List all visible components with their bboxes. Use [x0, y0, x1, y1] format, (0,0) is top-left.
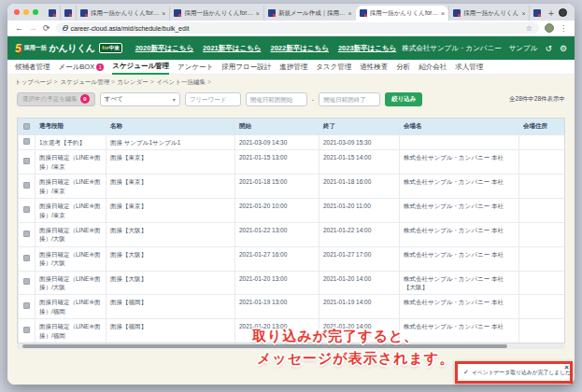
- cell-start: 2021-01-18 15:00: [235, 175, 319, 199]
- table-row: 面接日確定（LINE※面接）/大阪 面接【大阪】 2021-01-20 13:0…: [19, 271, 566, 295]
- browser-menu-icon[interactable]: ⋮: [560, 24, 567, 33]
- cell-name: 面接【大阪】: [106, 246, 235, 271]
- cell-start: 2021-01-20 13:00: [235, 271, 319, 295]
- nav-item-label: 候補者管理: [15, 63, 50, 72]
- nav-item[interactable]: 採用フロー設計: [221, 60, 271, 75]
- toast-close-icon[interactable]: ×: [564, 363, 569, 371]
- cell-start: 2021-01-22 13:00: [235, 222, 319, 246]
- selected-count-badge: 0: [80, 94, 90, 104]
- tab-close-icon[interactable]: ×: [256, 10, 260, 17]
- browser-tab[interactable]: 新規メール作成｜採用… ×: [263, 6, 356, 21]
- nav-item[interactable]: 候補者管理: [15, 60, 50, 75]
- reload-icon[interactable]: ⟳: [43, 23, 50, 33]
- browser-avatar[interactable]: [545, 23, 554, 33]
- new-tab-button[interactable]: +: [544, 6, 559, 21]
- zoom-window-button[interactable]: [33, 9, 38, 15]
- nav-item-label: 進捗管理: [279, 63, 307, 72]
- browser-tab[interactable]: ×: [45, 6, 60, 21]
- row-checkbox[interactable]: [23, 302, 30, 309]
- tab-close-icon[interactable]: ×: [521, 10, 525, 17]
- keyword-input[interactable]: [185, 92, 241, 106]
- cell-end: 2021-01-22 14:00: [319, 222, 400, 246]
- nav-item-label: 適性検査: [360, 63, 388, 72]
- campaign-link[interactable]: 2023新卒はこちら: [338, 44, 396, 53]
- close-window-button[interactable]: [14, 9, 20, 15]
- header-stage: 選考段階: [35, 119, 106, 135]
- select-all-checkbox[interactable]: [23, 123, 30, 130]
- category-select[interactable]: すべて ▾: [100, 92, 180, 106]
- cell-end: 2021-01-15 14:00: [319, 150, 400, 175]
- browser-tab[interactable]: 採用一括かんりくんfor… ×: [169, 6, 263, 21]
- chevron-down-icon: ▾: [173, 96, 176, 103]
- app-logo[interactable]: 5 採用一括 かんりくん for中途: [15, 42, 122, 55]
- filter-bar: 選択中の予定を編集 0 すべて ▾ - 絞り込み 全28件中28件表示中: [17, 91, 565, 107]
- browser-profile-icon[interactable]: [559, 8, 567, 17]
- nav-item-label: 求人管理: [455, 63, 483, 72]
- breadcrumb-item[interactable]: カレンダー: [118, 78, 154, 87]
- campaign-link[interactable]: 2020新卒はこちら: [135, 44, 193, 53]
- campaign-link[interactable]: 2022新卒はこちら: [270, 44, 328, 53]
- nav-item[interactable]: メールBOX 1: [59, 60, 105, 75]
- nav-item[interactable]: 求人管理: [455, 60, 483, 75]
- cell-address: [519, 150, 566, 175]
- nav-item[interactable]: 適性検査: [360, 60, 388, 75]
- row-checkbox[interactable]: [23, 206, 30, 213]
- edit-selected-button[interactable]: 選択中の予定を編集 0: [17, 92, 95, 106]
- breadcrumb-item[interactable]: トップページ: [15, 78, 57, 87]
- table-row: 面接日確定（LINE※面接）/大阪 面接【大阪】 2021-01-22 13:0…: [19, 222, 566, 246]
- nav-item[interactable]: スケジュール管理: [112, 60, 169, 75]
- site-favicon-icon: [174, 9, 181, 17]
- cell-name: 面接【大阪】: [106, 271, 235, 295]
- date-range-end-input[interactable]: [319, 92, 380, 106]
- forward-icon[interactable]: →: [29, 23, 37, 33]
- table-header-row: 選考段階 名称 開始 終了 会場名 会場住所: [19, 119, 566, 135]
- bookmark-star-icon[interactable]: ☆: [526, 24, 532, 33]
- apply-filter-button[interactable]: 絞り込み: [385, 92, 422, 106]
- tab-close-icon[interactable]: ×: [441, 10, 445, 17]
- tab-close-icon[interactable]: ×: [348, 10, 352, 17]
- tab-title: 新規メール作成｜採用…: [278, 9, 346, 18]
- minimize-window-button[interactable]: [23, 9, 29, 15]
- edit-selected-label: 選択中の予定を編集: [22, 95, 78, 104]
- row-checkbox[interactable]: [23, 278, 30, 285]
- row-checkbox[interactable]: [23, 327, 30, 333]
- header-venue: 会場名: [400, 119, 519, 135]
- browser-tab[interactable]: 採用一括かんりくん ×: [448, 6, 529, 21]
- app-header: 5 採用一括 かんりくん for中途 2020新卒はこちら2021新卒はこちら2…: [7, 36, 575, 60]
- history-icon[interactable]: ↺: [545, 44, 552, 53]
- breadcrumb-item[interactable]: イベント一括編集: [156, 78, 210, 87]
- row-checkbox[interactable]: [23, 255, 30, 261]
- range-separator: -: [312, 96, 314, 103]
- row-checkbox[interactable]: [23, 231, 30, 237]
- nav-item[interactable]: タスク管理: [316, 60, 351, 75]
- nav-item[interactable]: 紹介会社: [419, 60, 447, 75]
- nav-item[interactable]: アンケート: [177, 60, 213, 75]
- browser-tab[interactable]: 採用一括かんりくん ×: [529, 6, 544, 21]
- tab-close-icon[interactable]: ×: [162, 10, 165, 17]
- breadcrumb-item[interactable]: スケジュール管理: [60, 78, 114, 87]
- url-text[interactable]: career-cloud.asia/mid/schedule/bulk_edit: [71, 25, 190, 32]
- browser-tab[interactable]: ×: [60, 6, 76, 21]
- row-checkbox[interactable]: [23, 158, 30, 164]
- campaign-link[interactable]: 2021新卒はこちら: [203, 44, 261, 53]
- browser-tab[interactable]: 採用一括かんりくんfor… ×: [76, 6, 169, 21]
- nav-item-label: スケジュール管理: [112, 62, 169, 71]
- site-favicon-icon: [268, 9, 276, 17]
- nav-item[interactable]: 分析: [396, 60, 410, 75]
- user-name[interactable]: サンプル: [509, 44, 538, 53]
- lock-icon[interactable]: [63, 27, 67, 31]
- table-row: 面接日確定（LINE※面接）/東京 面接【東京】 2021-01-18 15:0…: [19, 175, 566, 199]
- back-icon[interactable]: ←: [15, 23, 23, 33]
- cell-name: 面接 サンプル1サンプル1: [106, 135, 235, 150]
- site-favicon-icon: [49, 9, 56, 17]
- nav-item[interactable]: 進捗管理: [279, 60, 307, 75]
- cell-venue: 株式会社サンプル・カンパニー 本社【大阪】: [400, 271, 519, 295]
- row-checkbox[interactable]: [23, 138, 30, 145]
- address-bar[interactable]: career-cloud.asia/mid/schedule/bulk_edit…: [56, 22, 539, 34]
- row-checkbox[interactable]: [23, 182, 30, 189]
- gear-icon[interactable]: ⚙: [560, 44, 567, 53]
- cell-venue: 株式会社サンプル・カンパニー 本社: [400, 246, 519, 271]
- date-range-start-input[interactable]: [246, 92, 307, 106]
- browser-tab[interactable]: 採用一括かんりくんfor… ×: [356, 6, 448, 21]
- site-favicon-icon: [533, 9, 541, 17]
